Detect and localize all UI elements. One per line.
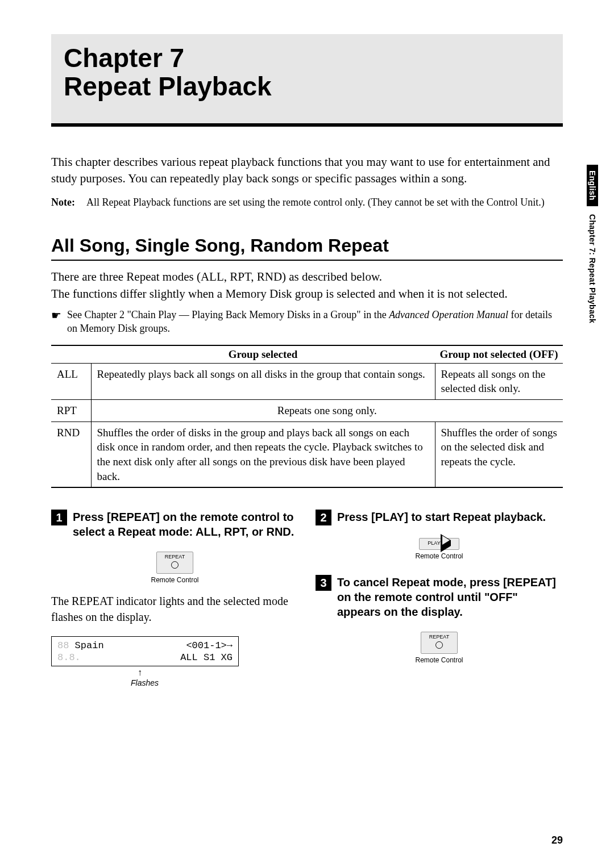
row-label-all: ALL xyxy=(51,363,91,399)
step-2-title: Press [PLAY] to start Repeat playback. xyxy=(337,510,546,524)
repeat-button-label: REPEAT xyxy=(165,554,185,560)
repeat-button-label: REPEAT xyxy=(429,634,449,640)
side-tab-lang: English xyxy=(587,165,598,206)
repeat-button-icon: REPEAT xyxy=(156,552,193,574)
display-dim-2: 8.8. xyxy=(57,652,81,663)
section-body: There are three Repeat modes (ALL, RPT, … xyxy=(51,269,563,302)
remote-control-caption: Remote Control xyxy=(316,656,563,664)
display-song: Spain xyxy=(75,640,104,651)
remote-control-caption: Remote Control xyxy=(316,552,563,560)
cell-rnd-group: Shuffles the order of disks in the group… xyxy=(91,422,435,487)
note-label: Note: xyxy=(51,195,86,209)
table-row: RND Shuffles the order of disks in the g… xyxy=(51,422,563,487)
step-1-title: Press [REPEAT] on the remote control to … xyxy=(73,510,298,539)
cell-rnd-nogroup: Shuffles the order of songs on the selec… xyxy=(435,422,563,487)
step-number-1: 1 xyxy=(51,510,67,525)
intro-paragraph: This chapter describes various repeat pl… xyxy=(51,154,563,186)
note-row: Note: All Repeat Playback functions are … xyxy=(51,195,563,209)
step-3-title: To cancel Repeat mode, press [REPEAT] on… xyxy=(337,575,563,619)
page-number: 29 xyxy=(551,834,563,846)
play-button-label: PLAY xyxy=(428,540,440,546)
step-1-body: The REPEAT indicator lights and the sele… xyxy=(51,593,298,625)
table-row: ALL Repeatedly plays back all songs on a… xyxy=(51,363,563,399)
step-2: 2 Press [PLAY] to start Repeat playback. xyxy=(316,510,563,525)
step-1: 1 Press [REPEAT] on the remote control t… xyxy=(51,510,298,539)
repeat-modes-table: Group selected Group not selected (OFF) … xyxy=(51,345,563,488)
row-label-rnd: RND xyxy=(51,422,91,487)
section-heading: All Song, Single Song, Random Repeat xyxy=(51,235,563,261)
side-tab: English Chapter 7: Repeat Playback xyxy=(587,165,598,323)
circle-icon xyxy=(435,641,443,649)
step-number-3: 3 xyxy=(316,575,331,591)
play-button-icon: PLAY xyxy=(419,538,459,550)
cell-all-group: Repeatedly plays back all songs on all d… xyxy=(91,363,435,399)
row-label-rpt: RPT xyxy=(51,399,91,422)
pointer-icon: ☛ xyxy=(51,308,61,323)
circle-icon xyxy=(171,561,179,569)
cell-rpt-span: Repeats one song only. xyxy=(91,399,563,422)
chapter-header: Chapter 7 Repeat Playback xyxy=(51,34,563,127)
ref-pre: See Chapter 2 "Chain Play — Playing Back… xyxy=(67,309,389,320)
note-body: All Repeat Playback functions are set us… xyxy=(86,195,563,209)
cell-all-nogroup: Repeats all songs on the selected disk o… xyxy=(435,363,563,399)
col-head-group-selected: Group selected xyxy=(91,345,435,364)
step-number-2: 2 xyxy=(316,510,331,525)
section-line-2: The functions differ slightly when a Mem… xyxy=(51,286,563,302)
table-row: RPT Repeats one song only. xyxy=(51,399,563,422)
display-right-1: <001-1>→ xyxy=(186,640,233,652)
chapter-label: Chapter 7 xyxy=(64,44,550,73)
section-reference: ☛ See Chapter 2 "Chain Play — Playing Ba… xyxy=(51,308,563,336)
play-triangle-icon xyxy=(441,534,451,552)
flashes-label: Flashes xyxy=(131,678,239,687)
remote-control-caption: Remote Control xyxy=(51,576,298,584)
display-dim-1: 88 xyxy=(57,640,69,651)
display-status: ALL S1 XG xyxy=(180,652,233,663)
side-tab-chapter: Chapter 7: Repeat Playback xyxy=(588,211,597,323)
repeat-button-icon: REPEAT xyxy=(421,632,458,654)
ref-ital: Advanced Operation Manual xyxy=(389,309,508,320)
col-head-group-not-selected: Group not selected (OFF) xyxy=(435,345,563,364)
chapter-title: Repeat Playback xyxy=(64,73,550,101)
section-line-1: There are three Repeat modes (ALL, RPT, … xyxy=(51,269,563,285)
arrow-up-icon: ↑ xyxy=(138,668,142,677)
display-panel: 88 Spain <001-1>→ 8.8. ALL S1 XG xyxy=(51,636,239,666)
step-3: 3 To cancel Repeat mode, press [REPEAT] … xyxy=(316,575,563,619)
